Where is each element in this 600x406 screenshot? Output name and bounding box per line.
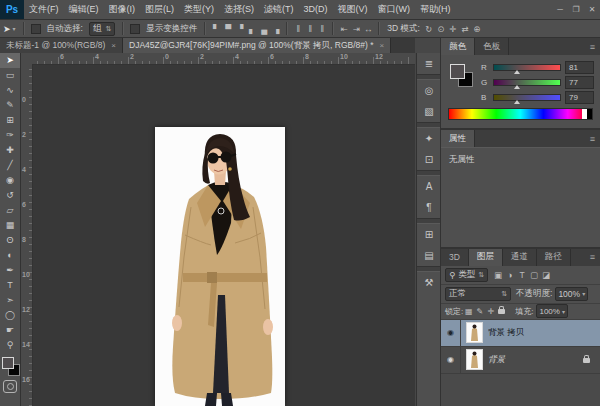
green-slider[interactable]	[493, 79, 561, 86]
align-middle-icon[interactable]: ▄	[258, 24, 270, 34]
layer-name[interactable]: 背景 拷贝	[488, 327, 600, 339]
menu-3d[interactable]: 3D(D)	[299, 0, 333, 19]
panel-menu-icon[interactable]: ≡	[585, 130, 600, 147]
zoom-tool[interactable]: ⚲	[0, 338, 20, 353]
distribute-center-icon[interactable]: ‖	[304, 24, 316, 34]
menu-layer[interactable]: 图层(L)	[140, 0, 179, 19]
shape-tool[interactable]: ◯	[0, 308, 20, 323]
paragraph-panel-icon[interactable]: ¶	[417, 197, 441, 218]
layer-filter-dropdown[interactable]: ⚲ 类型 ⇅	[445, 268, 488, 282]
tool-preset-picker[interactable]: ➤ ▾	[0, 24, 19, 34]
path-selection-tool[interactable]: ➣	[0, 293, 20, 308]
filter-shape-layers-icon[interactable]: ▢	[528, 270, 540, 280]
quick-selection-tool[interactable]: ✎	[0, 98, 20, 113]
3d-rotate-icon[interactable]: ↻	[423, 24, 435, 34]
quick-mask-button[interactable]	[3, 380, 17, 393]
close-button[interactable]: ✕	[584, 0, 600, 19]
red-slider[interactable]	[493, 64, 561, 71]
black-chip[interactable]	[587, 109, 592, 119]
minimize-button[interactable]: ─	[552, 0, 568, 19]
close-icon[interactable]: ×	[111, 41, 116, 50]
3d-pan-icon[interactable]: ✛	[447, 24, 459, 34]
history-panel-icon[interactable]: ≣	[417, 53, 441, 74]
distribute-left-icon[interactable]: ‖	[292, 24, 304, 34]
adjustments-panel-icon[interactable]: ⊞	[417, 224, 441, 245]
show-transform-checkbox[interactable]	[130, 24, 140, 34]
maximize-button[interactable]: ❐	[568, 0, 584, 19]
align-top-icon[interactable]: ▖	[246, 24, 258, 34]
3d-slide-icon[interactable]: ⇄	[459, 24, 471, 34]
info-panel-icon[interactable]: ▧	[417, 101, 441, 122]
menu-window[interactable]: 窗口(W)	[373, 0, 416, 19]
blur-tool[interactable]: ʘ	[0, 233, 20, 248]
red-value-field[interactable]: 81	[565, 61, 594, 74]
navigator-panel-icon[interactable]: ◎	[417, 80, 441, 101]
clone-source-panel-icon[interactable]: ⊡	[417, 149, 441, 170]
arrange-right-icon[interactable]: ⇥	[350, 24, 362, 34]
dodge-tool[interactable]: ◐	[0, 248, 20, 263]
tab-layers[interactable]: 图层	[469, 249, 503, 266]
menu-edit[interactable]: 编辑(E)	[64, 0, 104, 19]
align-right-icon[interactable]: ▝	[234, 24, 246, 34]
close-icon[interactable]: ×	[380, 41, 385, 50]
green-value-field[interactable]: 77	[565, 76, 594, 89]
lock-position-icon[interactable]: ✛	[485, 307, 496, 316]
lock-transparency-icon[interactable]: ▦	[463, 307, 474, 316]
tab-channels[interactable]: 通道	[503, 249, 537, 266]
menu-file[interactable]: 文件(F)	[24, 0, 64, 19]
filter-adjustment-layers-icon[interactable]: ◑	[504, 270, 516, 280]
brush-tool[interactable]: ╱	[0, 158, 20, 173]
document-tab-untitled[interactable]: 未标题-1 @ 100%(RGB/8) ×	[0, 38, 123, 53]
align-center-h-icon[interactable]: ▀	[222, 24, 234, 34]
clone-stamp-tool[interactable]: ◉	[0, 173, 20, 188]
slider-thumb[interactable]	[514, 70, 520, 74]
auto-select-checkbox[interactable]	[31, 24, 41, 34]
character-panel-icon[interactable]: A	[417, 176, 441, 197]
menu-filter[interactable]: 滤镜(T)	[259, 0, 299, 19]
opacity-field[interactable]: 100% ▾	[555, 287, 588, 301]
3d-roll-icon[interactable]: ⊙	[435, 24, 447, 34]
layer-row-background[interactable]: ◉ 背景	[441, 347, 600, 374]
styles-panel-icon[interactable]: ▤	[417, 245, 441, 266]
tool-presets-panel-icon[interactable]: ⚒	[417, 272, 441, 293]
healing-brush-tool[interactable]: ✚	[0, 143, 20, 158]
eyedropper-tool[interactable]: ✑	[0, 128, 20, 143]
tab-swatches[interactable]: 色板	[475, 38, 509, 55]
tab-3d[interactable]: 3D	[441, 249, 469, 266]
document-tab-png[interactable]: DJA45Z@GJR4[76K]94PIM#.png @ 100%(背景 拷贝,…	[123, 38, 391, 53]
layer-thumbnail[interactable]	[467, 350, 482, 369]
filter-smart-objects-icon[interactable]: ◪	[540, 270, 552, 280]
pen-tool[interactable]: ✒	[0, 263, 20, 278]
blue-value-field[interactable]: 79	[565, 91, 594, 104]
lock-pixels-icon[interactable]: ✎	[474, 307, 485, 316]
gradient-tool[interactable]: ▦	[0, 218, 20, 233]
move-tool[interactable]: ➤	[0, 53, 20, 68]
layer-name[interactable]: 背景	[488, 354, 577, 366]
arrange-left-icon[interactable]: ⇤	[338, 24, 350, 34]
history-brush-tool[interactable]: ↺	[0, 188, 20, 203]
tab-color[interactable]: 颜色	[441, 38, 475, 55]
menu-image[interactable]: 图像(I)	[104, 0, 141, 19]
menu-select[interactable]: 选择(S)	[219, 0, 259, 19]
foreground-color-swatch[interactable]	[450, 64, 465, 79]
arrange-both-icon[interactable]: ↔	[362, 24, 374, 34]
slider-thumb[interactable]	[514, 100, 520, 104]
panel-menu-icon[interactable]: ≡	[585, 249, 600, 266]
panel-menu-icon[interactable]: ≡	[585, 38, 600, 55]
layer-thumbnail[interactable]	[467, 323, 482, 342]
eraser-tool[interactable]: ▱	[0, 203, 20, 218]
align-left-icon[interactable]: ▘	[210, 24, 222, 34]
blue-slider[interactable]	[493, 94, 561, 101]
tab-properties[interactable]: 属性	[441, 130, 475, 147]
fill-field[interactable]: 100% ▾	[536, 304, 567, 318]
filter-type-layers-icon[interactable]: T	[516, 270, 528, 280]
filter-pixel-layers-icon[interactable]: ▣	[492, 270, 504, 280]
menu-view[interactable]: 视图(V)	[333, 0, 373, 19]
menu-type[interactable]: 类型(Y)	[179, 0, 219, 19]
color-spectrum-bar[interactable]	[448, 108, 593, 120]
align-bottom-icon[interactable]: ▗	[270, 24, 282, 34]
3d-scale-icon[interactable]: ⊕	[471, 24, 483, 34]
auto-select-dropdown[interactable]: 组 ⇅	[89, 22, 115, 36]
tab-paths[interactable]: 路径	[537, 249, 571, 266]
foreground-color-swatch[interactable]	[2, 357, 14, 369]
